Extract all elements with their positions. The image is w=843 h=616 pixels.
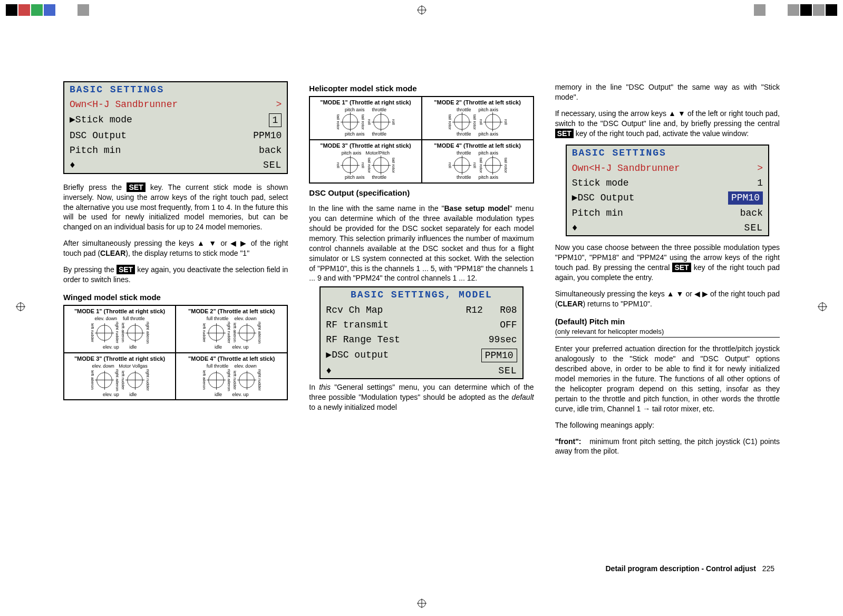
paragraph: Simultaneously pressing the keys ▲ ▼ or … [555, 289, 780, 309]
lcd-rf-transmit: RF transmit [326, 319, 389, 331]
winged-stick-diagram: "MODE 1" (Throttle at right stick) elev.… [63, 305, 288, 400]
lcd-title: BASIC SETTINGS, MODEL [321, 287, 522, 302]
paragraph: "front": minimum front pitch setting, th… [555, 437, 780, 457]
set-key-icon: SET [555, 129, 574, 138]
stick-icon [485, 157, 501, 173]
lcd-sel: SEL [263, 159, 282, 171]
stick-icon [239, 372, 255, 388]
stick-icon [127, 325, 143, 341]
lcd-title: BASIC SETTINGS [64, 82, 287, 97]
lcd-nav-icon: ♦ [70, 159, 75, 171]
stick-icon [373, 157, 389, 173]
registration-mark-right [818, 302, 827, 314]
lcd-owner-arrow: > [276, 98, 282, 111]
lcd-dsc-output-value: PPM10 [253, 129, 282, 142]
stick-icon [454, 157, 470, 173]
page-footer: Detail program description - Control adj… [606, 564, 775, 574]
lcd-dsc-output-value: PPM10 [728, 191, 763, 204]
lcd-dsc-output-value: PPM10 [481, 349, 517, 362]
paragraph: Enter your preferred actuation direction… [555, 344, 780, 413]
heading-pitch-min: (Default) Pitch min [555, 316, 780, 327]
lcd-rf-range-test: RF Range Test [326, 333, 400, 346]
lcd-basic-settings-model: BASIC SETTINGS, MODEL Rcv Ch MapR12 R08 … [319, 286, 523, 379]
set-key-icon: SET [672, 263, 691, 272]
lcd-pitch-min: Pitch min [70, 144, 121, 157]
registration-mark-bottom [417, 599, 427, 611]
stick-icon [342, 114, 358, 130]
stick-icon [342, 157, 358, 173]
lcd-owner: Own<H-J Sandbrunner [70, 98, 178, 111]
paragraph: Briefly press the SET key. The current s… [63, 182, 288, 232]
paragraph: In this "General settings" menu, you can… [309, 382, 534, 412]
stick-icon [96, 372, 112, 388]
heli-stick-diagram: "MODE 1" (Throttle at right stick) pitch… [309, 96, 534, 184]
stick-icon [127, 372, 143, 388]
lcd-sel: SEL [498, 364, 517, 377]
paragraph: If necessary, using the arrow keys ▲ ▼ o… [555, 109, 780, 139]
lcd-stick-mode: ▶Stick mode [70, 113, 132, 127]
heading-dsc-output: DSC Output (specification) [309, 188, 534, 198]
lcd-stick-mode-value: 1 [269, 113, 282, 127]
stick-icon [208, 372, 224, 388]
lcd-nav-icon: ♦ [326, 364, 332, 377]
lcd-title: BASIC SETTINGS [567, 146, 768, 160]
lcd-nav-icon: ♦ [572, 222, 578, 234]
lcd-sel: SEL [744, 222, 763, 234]
page-number: 225 [762, 564, 774, 573]
registration-mark-left [16, 302, 25, 314]
lcd-rcv-ch-map: Rcv Ch Map [326, 304, 383, 316]
column-1: BASIC SETTINGS Own<H-J Sandbrunner> ▶Sti… [63, 79, 288, 563]
lcd-owner: Own<H-J Sandbrunner [572, 162, 680, 175]
paragraph: The following meanings apply: [555, 420, 780, 430]
lcd-basic-settings-2: BASIC SETTINGS Own<H-J Sandbrunner> Stic… [566, 145, 769, 236]
page: BASIC SETTINGS Own<H-J Sandbrunner> ▶Sti… [0, 0, 843, 616]
stick-icon [454, 114, 470, 130]
lcd-dsc-output: ▶DSC output [326, 349, 389, 362]
registration-mark-top [417, 5, 427, 17]
stick-icon [239, 325, 255, 341]
stick-icon [373, 114, 389, 130]
paragraph: In the line with the same name in the "B… [309, 204, 534, 283]
lcd-dsc-output: ▶DSC Output [572, 191, 635, 204]
paragraph: Now you case choose between the three po… [555, 243, 780, 283]
lcd-dsc-output: DSC Output [70, 129, 127, 142]
column-3: memory in the line "DSC Output" the same… [555, 79, 780, 563]
subheading-pitch-min: (only relevant for helicopter models) [555, 327, 780, 336]
lcd-pitch-min: Pitch min [572, 207, 623, 219]
stick-icon [96, 325, 112, 341]
paragraph: By pressing the SET key again, you deact… [63, 265, 288, 285]
set-key-icon: SET [117, 265, 135, 274]
stick-icon [208, 325, 224, 341]
footer-section: Detail program description - Control adj… [606, 564, 756, 573]
paragraph: memory in the line "DSC Output" the same… [555, 82, 780, 102]
lcd-pitch-min-value: back [259, 144, 282, 157]
lcd-stick-mode: Stick mode [572, 177, 629, 189]
column-2: Helicopter model stick mode "MODE 1" (Th… [309, 79, 534, 563]
print-mark-top-left [5, 4, 90, 16]
paragraph: After simultaneously pressing the keys ▲… [63, 238, 288, 258]
set-key-icon: SET [127, 182, 145, 192]
content-columns: BASIC SETTINGS Own<H-J Sandbrunner> ▶Sti… [63, 79, 780, 563]
stick-icon [485, 114, 501, 130]
print-mark-top-right [753, 4, 838, 16]
lcd-basic-settings-1: BASIC SETTINGS Own<H-J Sandbrunner> ▶Sti… [63, 81, 288, 174]
heading-heli-stick-mode: Helicopter model stick mode [309, 83, 534, 94]
heading-winged-stick-mode: Winged model stick mode [63, 292, 288, 303]
divider [555, 337, 780, 338]
